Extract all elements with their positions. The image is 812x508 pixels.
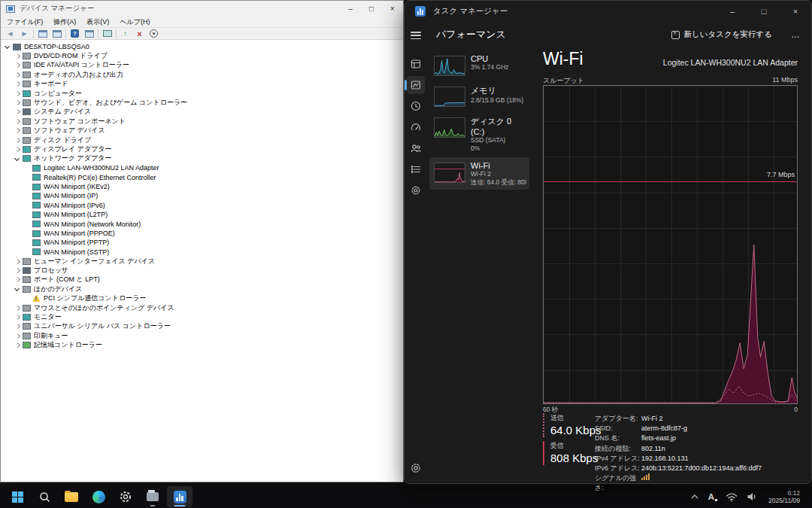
tree-item[interactable]: Logitec LAN-WH300NU2 LAN Adapter (2, 163, 402, 172)
more-options-button[interactable]: … (786, 26, 805, 43)
twisty-icon[interactable] (23, 221, 31, 228)
twisty-icon[interactable] (14, 155, 21, 163)
twisty-icon[interactable] (14, 53, 21, 60)
forward-icon[interactable]: ► (19, 29, 30, 39)
tree-item[interactable]: キーボード (2, 80, 402, 89)
twisty-icon[interactable] (14, 136, 21, 144)
tab-startup-apps[interactable] (407, 118, 425, 136)
twisty-icon[interactable] (4, 43, 11, 50)
tree-item[interactable]: IDE ATA/ATAPI コントローラー (2, 61, 402, 70)
tree-item[interactable]: WAN Miniport (L2TP) (2, 210, 402, 219)
tree-item[interactable]: Realtek(R) PCI(e) Ethernet Controller (2, 172, 402, 181)
tree-item[interactable]: ポート (COM と LPT) (2, 275, 402, 284)
tree-item[interactable]: モニター (2, 312, 402, 321)
update-driver-icon[interactable]: ↑ (120, 29, 131, 39)
tab-users[interactable] (407, 139, 425, 157)
disable-device-icon[interactable]: ▾ (148, 29, 159, 39)
tree-item[interactable]: DESKTOP-LBSQSA0 (2, 42, 402, 51)
twisty-icon[interactable] (14, 332, 21, 339)
settings-button[interactable] (407, 459, 425, 477)
close-button[interactable]: × (382, 1, 403, 17)
twisty-icon[interactable] (14, 90, 21, 97)
twisty-icon[interactable] (14, 285, 21, 293)
tree-item[interactable]: WAN Miniport (PPTP) (2, 238, 402, 247)
settings-app-button[interactable] (113, 486, 138, 507)
tree-item[interactable]: 印刷キュー (2, 331, 402, 340)
twisty-icon[interactable] (14, 127, 21, 135)
tree-item[interactable]: オーディオの入力および出力 (2, 70, 402, 79)
tree-item[interactable]: WAN Miniport (IP) (2, 191, 402, 200)
tree-item[interactable]: ユニバーサル シリアル バス コントローラー (2, 322, 402, 331)
tab-services[interactable] (407, 181, 425, 199)
perf-tab-memory[interactable]: メモリ 2.8/15.9 GB (18%) (429, 81, 529, 111)
nav-menu-button[interactable] (407, 26, 425, 44)
minimize-button[interactable]: – (717, 1, 748, 22)
tree-item[interactable]: ほかのデバイス (2, 284, 402, 294)
tab-details[interactable] (407, 160, 425, 178)
twisty-icon[interactable] (23, 192, 31, 199)
twisty-icon[interactable] (14, 145, 21, 153)
run-new-task-button[interactable]: 新しいタスクを実行する (665, 26, 778, 44)
twisty-icon[interactable] (14, 71, 21, 78)
maximize-button[interactable]: □ (748, 1, 780, 22)
menu-item[interactable]: ヘルプ(H) (120, 17, 150, 27)
tree-item[interactable]: PCI シンプル通信コントローラー (2, 294, 402, 303)
tree-item[interactable]: WAN Miniport (IPv6) (2, 201, 402, 210)
console-window-icon[interactable] (37, 29, 48, 39)
tab-performance[interactable] (407, 76, 425, 94)
twisty-icon[interactable] (14, 276, 21, 284)
tree-item[interactable]: システム デバイス (2, 108, 402, 117)
scan-hardware-icon[interactable] (102, 29, 113, 39)
tree-item[interactable]: WAN Miniport (IKEv2) (2, 182, 402, 191)
tree-item[interactable]: ソフトウェア デバイス (2, 126, 402, 135)
tree-item[interactable]: WAN Miniport (Network Monitor) (2, 219, 402, 228)
tree-item[interactable]: DVD/CD-ROM ドライブ (2, 51, 402, 60)
maximize-button[interactable]: □ (361, 1, 382, 17)
twisty-icon[interactable] (23, 183, 31, 190)
perf-tab-disk[interactable]: ディスク 0 (C:) SSD (SATA)0% (429, 112, 529, 156)
twisty-icon[interactable] (14, 267, 21, 275)
menu-item[interactable]: ファイル(F) (7, 17, 43, 27)
tree-item[interactable]: WAN Miniport (SSTP) (2, 248, 402, 257)
tree-item[interactable]: ディスク ドライブ (2, 135, 402, 144)
twisty-icon[interactable] (23, 211, 31, 218)
twisty-icon[interactable] (14, 81, 21, 88)
twisty-icon[interactable] (14, 342, 21, 349)
twisty-icon[interactable] (23, 202, 31, 209)
twisty-icon[interactable] (23, 174, 31, 181)
twisty-icon[interactable] (14, 117, 21, 125)
uninstall-device-icon[interactable]: × (134, 29, 145, 39)
help-icon[interactable]: ? (69, 29, 80, 39)
twisty-icon[interactable] (14, 62, 21, 69)
minimize-button[interactable]: – (340, 1, 361, 17)
twisty-icon[interactable] (23, 248, 31, 256)
twisty-icon[interactable] (23, 164, 31, 172)
twisty-icon[interactable] (14, 314, 21, 321)
start-button[interactable] (5, 486, 30, 507)
edge-browser-button[interactable] (86, 486, 111, 507)
tree-item[interactable]: コンピューター (2, 89, 402, 98)
tab-app-history[interactable] (407, 97, 425, 115)
tab-processes[interactable] (407, 55, 425, 73)
menu-item[interactable]: 操作(A) (53, 17, 76, 27)
menu-item[interactable]: 表示(V) (86, 17, 109, 27)
tree-item[interactable]: サウンド、ビデオ、およびゲーム コントローラー (2, 98, 402, 107)
twisty-icon[interactable] (14, 99, 21, 107)
tree-item[interactable]: ディスプレイ アダプター (2, 144, 402, 154)
tree-item[interactable]: 記憶域コントローラー (2, 341, 402, 350)
tree-item[interactable]: ソフトウェア コンポーネント (2, 117, 402, 126)
tree-item[interactable]: WAN Miniport (PPPOE) (2, 229, 402, 238)
tree-item[interactable]: マウスとそのほかのポインティング デバイス (2, 303, 402, 312)
perf-tab-cpu[interactable]: CPU 3% 1.74 GHz (429, 50, 529, 80)
task-manager-taskbar-button[interactable] (167, 486, 192, 507)
twisty-icon[interactable] (23, 239, 31, 246)
twisty-icon[interactable] (23, 230, 31, 237)
perf-tab-wifi[interactable]: Wi-Fi Wi-Fi 2送信: 64.0 受信: 808 Kbps (429, 157, 529, 190)
device-manager-taskbar-button[interactable] (140, 486, 165, 507)
tree-item[interactable]: ヒューマン インターフェイス デバイス (2, 257, 402, 266)
properties-icon[interactable] (51, 29, 62, 39)
twisty-icon[interactable] (14, 304, 21, 312)
twisty-icon[interactable] (14, 323, 21, 330)
close-button[interactable]: × (780, 1, 811, 22)
twisty-icon[interactable] (23, 295, 31, 303)
